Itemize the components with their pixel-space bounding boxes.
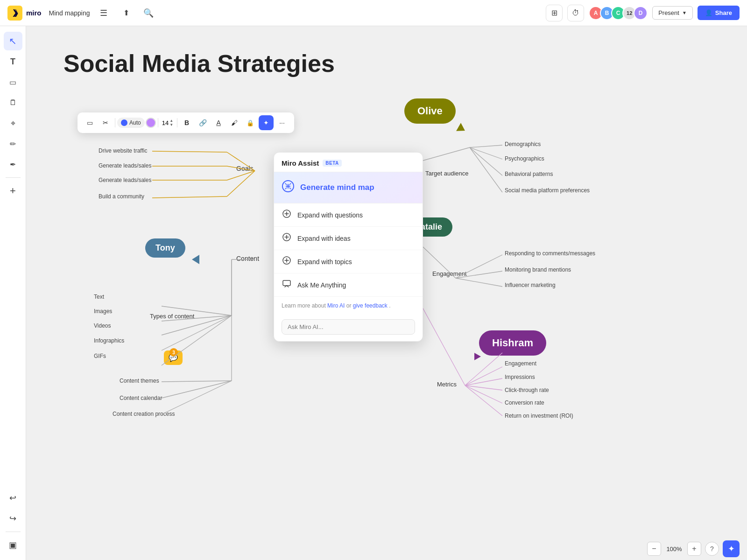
floating-toolbar: ▭ ✂ Auto 14 ▲▼ B 🔗 — [78, 112, 294, 133]
text-tool[interactable]: T — [4, 52, 22, 71]
ask-anything-label: Ask Me Anything — [297, 281, 346, 289]
assist-input-area — [274, 315, 423, 341]
svg-line-11 — [470, 147, 502, 159]
assist-panel: Miro Assist BETA Generate mind map — [274, 152, 423, 342]
miro-ai-link[interactable]: Miro AI — [327, 302, 345, 309]
undo-icon: ↩ — [9, 493, 16, 503]
content-item-2: Content calendar — [120, 395, 162, 401]
scissors-btn[interactable]: ✂ — [98, 115, 113, 130]
tony-bubble[interactable]: Tony — [145, 238, 185, 258]
logo-text: miro — [26, 9, 42, 17]
expand-questions-icon — [282, 209, 292, 221]
redo-button[interactable]: ↪ — [4, 509, 22, 528]
pencil-tool[interactable]: ✒ — [4, 155, 22, 174]
goals-item-4: Build a community — [99, 193, 144, 200]
sticky-tool[interactable]: 🗒 — [4, 93, 22, 112]
tony-arrow — [192, 255, 199, 264]
beta-badge: BETA — [323, 160, 341, 167]
more-icon: ··· — [279, 119, 285, 126]
toc-item-3: Videos — [94, 322, 111, 329]
feedback-link[interactable]: give feedback — [353, 302, 388, 309]
square-btn[interactable]: ▭ — [82, 115, 97, 130]
generate-mind-map-button[interactable]: Generate mind map — [274, 172, 423, 203]
brush-btn[interactable]: 🖌 — [227, 115, 242, 130]
present-button[interactable]: Present ▼ — [652, 6, 693, 20]
cursor-tool[interactable]: ↖ — [4, 32, 22, 50]
shape-icon: ▭ — [9, 78, 16, 87]
redo-icon: ↪ — [9, 513, 16, 524]
export-button[interactable]: ⬆ — [118, 5, 134, 21]
content-item-3: Content creation process — [113, 411, 175, 417]
shape-tool[interactable]: ▭ — [4, 73, 22, 91]
pencil-icon: ✒ — [10, 160, 16, 169]
zoom-in-button[interactable]: + — [687, 542, 701, 556]
expand-questions-label: Expand with questions — [297, 211, 363, 219]
notification-badge: 3 — [169, 348, 178, 357]
svg-line-13 — [470, 147, 502, 192]
apps-button[interactable]: ⊞ — [546, 5, 563, 21]
svg-line-34 — [162, 381, 232, 398]
zoom-out-button[interactable]: − — [647, 542, 661, 556]
svg-line-23 — [465, 385, 502, 403]
font-size-arrows[interactable]: ▲▼ — [169, 119, 173, 127]
add-tool[interactable]: + — [4, 182, 22, 200]
avatar-4: D — [634, 6, 648, 20]
metrics-node: Metrics — [437, 381, 457, 388]
undo-button[interactable]: ↩ — [4, 489, 22, 507]
ask-anything-button[interactable]: Ask Me Anything — [274, 273, 423, 297]
lock-btn[interactable]: 🔒 — [243, 115, 258, 130]
auto-toggle[interactable]: Auto — [117, 118, 145, 128]
magic-ai-btn[interactable]: ✦ — [259, 115, 274, 130]
content-node: Content — [236, 255, 259, 262]
expand-topics-label: Expand with topics — [297, 258, 352, 266]
assist-footer: Learn more about Miro AI or give feedbac… — [274, 297, 423, 315]
help-button[interactable]: ? — [705, 542, 719, 556]
hishram-bubble[interactable]: Hishram — [479, 330, 546, 356]
target-audience-node: Target audience — [425, 170, 469, 177]
menu-icon: ☰ — [100, 8, 107, 18]
expand-questions-button[interactable]: Expand with questions — [274, 203, 423, 227]
more-btn[interactable]: ··· — [275, 115, 289, 130]
share-button[interactable]: 👤 Share — [698, 6, 740, 20]
met-item-6: Return on investment (ROI) — [505, 413, 573, 419]
underline-btn[interactable]: A — [211, 115, 226, 130]
link-icon: 🔗 — [199, 119, 207, 126]
svg-line-22 — [465, 385, 502, 390]
svg-line-17 — [456, 278, 502, 287]
bold-btn[interactable]: B — [179, 115, 194, 130]
magic-button[interactable]: ✦ — [723, 540, 740, 557]
export-icon: ⬆ — [123, 8, 129, 17]
types-of-content-node: Types of content — [150, 313, 194, 320]
hishram-arrow — [474, 353, 481, 360]
timer-button[interactable]: ⏱ — [567, 5, 584, 21]
svg-line-35 — [162, 381, 232, 414]
olive-bubble[interactable]: Olive — [404, 98, 456, 124]
assist-search-input[interactable] — [282, 319, 415, 335]
search-button[interactable]: 🔍 — [140, 5, 157, 21]
toolbar-sep-1 — [115, 118, 115, 127]
logo: miro — [7, 6, 42, 21]
magic-wand-icon: ✦ — [728, 544, 735, 554]
expand-ideas-label: Expand with ideas — [297, 235, 351, 242]
panel-button[interactable]: ▣ — [4, 536, 22, 554]
goals-item-3: Generate leads/sales — [99, 177, 151, 183]
connector-tool[interactable]: ⌖ — [4, 114, 22, 133]
met-item-2: Engagement — [505, 360, 536, 367]
topbar: miro Mind mapping ☰ ⬆ 🔍 ⊞ ⏱ A B C 12 D P… — [0, 0, 747, 26]
ask-anything-icon — [282, 279, 292, 291]
pen-tool[interactable]: ✏ — [4, 134, 22, 153]
link-btn[interactable]: 🔗 — [195, 115, 210, 130]
font-size-value: 14 — [162, 119, 169, 126]
menu-button[interactable]: ☰ — [95, 5, 112, 21]
lock-icon: 🔒 — [247, 119, 254, 126]
toolbar-sep-3 — [177, 118, 177, 127]
sidebar-divider-1 — [6, 177, 21, 178]
apps-icon: ⊞ — [551, 8, 557, 17]
expand-ideas-button[interactable]: Expand with ideas — [274, 227, 423, 250]
topbar-right: ⊞ ⏱ A B C 12 D Present ▼ 👤 Share — [546, 5, 740, 21]
footer-text: Learn more about — [282, 302, 327, 309]
color-picker[interactable] — [146, 118, 156, 128]
expand-topics-button[interactable]: Expand with topics — [274, 250, 423, 273]
met-item-4: Click-through rate — [505, 387, 549, 393]
board-title: Mind mapping — [49, 9, 90, 17]
